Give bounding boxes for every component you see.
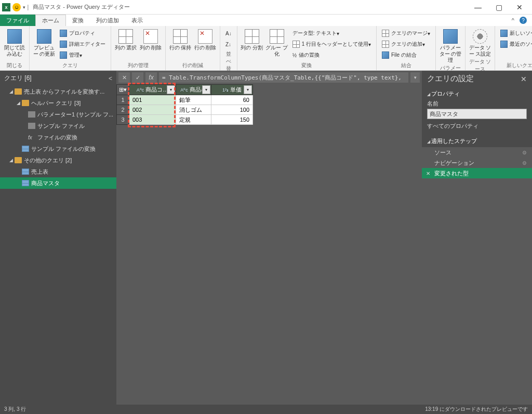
all-properties-link[interactable]: すべてのプロパティ: [422, 121, 532, 134]
settings-close-button[interactable]: ✕: [521, 75, 527, 83]
settings-title: クエリの設定: [427, 74, 474, 84]
column-filter-icon[interactable]: ▾: [244, 85, 252, 94]
group-close-label: 閉じる: [3, 61, 26, 70]
column-filter-icon[interactable]: ▾: [167, 85, 175, 94]
tab-home[interactable]: ホーム: [35, 15, 66, 26]
data-grid[interactable]: ⊞▾Aᴮc 商品コ…▾Aᴮc 商品名▾1²₃ 単価▾1001鉛筆602002消し…: [116, 84, 253, 125]
formula-confirm-button[interactable]: ✓: [132, 72, 143, 83]
cell[interactable]: 001: [129, 95, 176, 105]
step-settings-icon[interactable]: ⚙: [522, 150, 527, 156]
applied-step[interactable]: ナビゲーション⚙: [422, 158, 532, 168]
tree-item-label: 売上表 からファイルを変換す...: [24, 88, 104, 96]
refresh-icon: [37, 29, 51, 44]
parameters-icon: [443, 29, 458, 44]
append-queries-button[interactable]: クエリの追加 ▾: [380, 39, 432, 49]
remove-columns-button[interactable]: 列の 削除: [139, 27, 162, 61]
sort-desc-button[interactable]: Z↓: [223, 39, 234, 49]
formula-cancel-button[interactable]: ✕: [118, 72, 130, 83]
main-pane: ✕ ✓ fx = Table.TransformColumnTypes(商品マス…: [116, 71, 422, 405]
query-tree-item[interactable]: 商品マスタ: [0, 177, 116, 189]
column-header[interactable]: Aᴮc 商品名▾: [176, 85, 211, 95]
cell[interactable]: 003: [129, 115, 176, 125]
merge-queries-button[interactable]: クエリのマージ ▾: [380, 28, 432, 38]
sort-asc-button[interactable]: A↓: [223, 28, 234, 38]
keep-rows-button[interactable]: 行の 保持: [169, 27, 192, 61]
cell[interactable]: 定規: [176, 115, 211, 125]
fx-icon[interactable]: fx: [145, 72, 157, 83]
header-row-icon: [292, 41, 300, 48]
table-row[interactable]: 2002消しゴム100: [117, 105, 253, 115]
cell[interactable]: 150: [211, 115, 253, 125]
data-grid-area: ⊞▾Aᴮc 商品コ…▾Aᴮc 商品名▾1²₃ 単価▾1001鉛筆602002消し…: [116, 84, 422, 125]
recent-sources-button[interactable]: 最近のソース ▾: [498, 39, 532, 49]
row-number[interactable]: 3: [117, 115, 129, 125]
ribbon-collapse-icon[interactable]: ^: [512, 17, 514, 23]
table-corner[interactable]: ⊞▾: [117, 85, 129, 95]
tree-item-label: パラメーター1 (サンプル フ...: [37, 111, 113, 119]
minimize-button[interactable]: —: [472, 3, 484, 11]
applied-step[interactable]: ソース⚙: [422, 147, 532, 158]
query-tree-item[interactable]: ◢ヘルパー クエリ [3]: [0, 97, 116, 109]
split-column-button[interactable]: 列の 分割: [241, 27, 263, 61]
applied-steps-title[interactable]: 適用したステップ: [422, 134, 532, 147]
properties-section-title[interactable]: プロパティ: [422, 87, 532, 100]
choose-columns-button[interactable]: 列の 選択: [114, 27, 137, 61]
formula-input[interactable]: = Table.TransformColumnTypes(商品マスタ_Table…: [159, 72, 408, 83]
close-load-button[interactable]: 閉じて読 み込む: [3, 27, 26, 61]
replace-values-button[interactable]: ½値の置換: [290, 50, 373, 60]
query-tree-item[interactable]: ◢売上表 からファイルを変換す...: [0, 86, 116, 97]
query-tree-item[interactable]: サンプル ファイルの変換: [0, 143, 116, 154]
close-button[interactable]: ✕: [513, 3, 526, 11]
properties-button[interactable]: プロパティ: [58, 28, 108, 38]
refresh-preview-button[interactable]: プレビュー の更新: [33, 27, 56, 61]
remove-rows-button[interactable]: 行の 削除: [194, 27, 217, 61]
tab-file[interactable]: ファイル: [0, 15, 35, 26]
combine-files-button[interactable]: File の結合: [380, 50, 432, 60]
group-combine-label: 結合: [380, 61, 432, 70]
table-icon: [22, 169, 29, 175]
qat-dropdown-icon[interactable]: ▾ │: [23, 5, 30, 10]
group-by-icon: [270, 29, 284, 44]
tab-view[interactable]: 表示: [125, 15, 149, 26]
cell[interactable]: 鉛筆: [176, 95, 211, 105]
cell[interactable]: 60: [211, 95, 253, 105]
column-filter-icon[interactable]: ▾: [202, 85, 210, 94]
column-header[interactable]: 1²₃ 単価▾: [211, 85, 253, 95]
manage-button[interactable]: 管理 ▾: [58, 50, 108, 60]
tree-item-label: 売上表: [31, 168, 48, 176]
query-name-input[interactable]: [427, 109, 527, 119]
query-tree-item[interactable]: fxファイルの変換: [0, 132, 116, 143]
formula-expand-button[interactable]: ▾: [410, 72, 420, 83]
help-icon[interactable]: ?: [520, 17, 527, 24]
query-tree-item[interactable]: サンプル ファイル: [0, 120, 116, 132]
ribbon-tabs: ファイル ホーム 変換 列の追加 表示 ^ ?: [0, 15, 532, 26]
folder-icon: [22, 100, 29, 106]
query-tree-item[interactable]: ◢その他のクエリ [2]: [0, 154, 116, 166]
delete-step-icon[interactable]: ✕: [426, 171, 430, 176]
window-title: 商品マスタ - Power Query エディター: [33, 3, 130, 11]
manage-parameters-button[interactable]: パラメーター の管理: [439, 27, 462, 63]
tab-transform[interactable]: 変換: [66, 15, 90, 26]
query-tree-item[interactable]: パラメーター1 (サンプル フ...: [0, 109, 116, 120]
applied-step[interactable]: ✕変更された型: [422, 168, 532, 178]
query-tree-item[interactable]: 売上表: [0, 166, 116, 177]
group-by-button[interactable]: グルー プ化: [265, 27, 288, 61]
data-source-settings-button[interactable]: データ ソー ス設定: [469, 27, 491, 57]
table-row[interactable]: 3003定規150: [117, 115, 253, 125]
table-row[interactable]: 1001鉛筆60: [117, 95, 253, 105]
step-settings-icon[interactable]: ⚙: [522, 160, 527, 166]
row-number[interactable]: 2: [117, 105, 129, 115]
first-row-header-button[interactable]: 1 行目をヘッダーとして使用 ▾: [290, 39, 373, 49]
folder-icon: [15, 157, 22, 163]
data-type-button[interactable]: データ型: テキスト ▾: [290, 28, 373, 38]
row-number[interactable]: 1: [117, 95, 129, 105]
tab-add-column[interactable]: 列の追加: [90, 15, 125, 26]
column-header[interactable]: Aᴮc 商品コ…▾: [129, 85, 176, 95]
queries-collapse-icon[interactable]: <: [109, 75, 112, 82]
cell[interactable]: 100: [211, 105, 253, 115]
new-source-button[interactable]: 新しいソース ▾: [498, 28, 532, 38]
maximize-button[interactable]: ▢: [493, 3, 505, 11]
cell[interactable]: 消しゴム: [176, 105, 211, 115]
advanced-editor-button[interactable]: 詳細エディター: [58, 39, 108, 49]
cell[interactable]: 002: [129, 105, 176, 115]
